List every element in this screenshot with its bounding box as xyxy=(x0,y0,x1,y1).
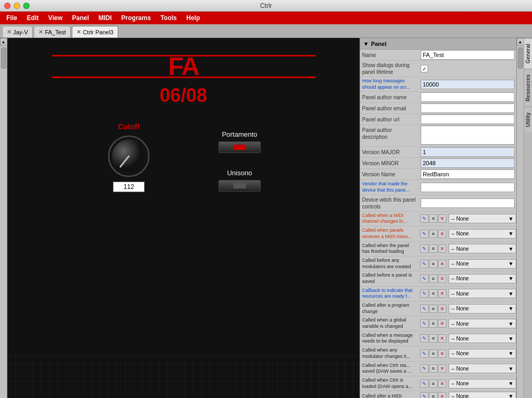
cb-list-icon[interactable]: ≡ xyxy=(429,305,438,313)
cb-list-icon[interactable]: ≡ xyxy=(429,364,438,373)
tab-close-icon[interactable]: ✕ xyxy=(77,29,81,35)
messages-input[interactable] xyxy=(421,80,515,89)
unisono-slider[interactable] xyxy=(218,180,261,192)
panel-vertical-scrollbar[interactable]: ▲ xyxy=(0,38,7,398)
prop-value-device xyxy=(419,198,516,209)
cb-remove-icon[interactable]: ✕ xyxy=(438,364,446,373)
name-input[interactable] xyxy=(421,50,515,60)
cb-list-icon[interactable]: ≡ xyxy=(429,274,438,283)
prop-label-author-name: Panel author name xyxy=(360,93,419,102)
portamento-control: Portamento xyxy=(218,130,261,153)
prop-row-vendor: Vendor that made the device that this pa… xyxy=(360,180,516,195)
right-scroll-thumb[interactable] xyxy=(518,48,523,69)
side-tab-utility[interactable]: Utility xyxy=(524,107,532,132)
cb-edit-icon[interactable]: ✎ xyxy=(420,319,429,328)
scroll-thumb[interactable] xyxy=(1,48,6,69)
cb-remove-icon[interactable]: ✕ xyxy=(438,260,446,268)
cb-remove-icon[interactable]: ✕ xyxy=(438,334,446,343)
author-desc-textarea[interactable] xyxy=(421,126,515,145)
cb-dropdown-value: -- None xyxy=(451,381,469,386)
author-email-input[interactable] xyxy=(421,103,515,113)
cb-remove-icon[interactable]: ✕ xyxy=(438,244,446,253)
cb-edit-icon[interactable]: ✎ xyxy=(420,260,429,268)
tab-jay-v[interactable]: ✕ Jay-V xyxy=(2,26,33,37)
side-tab-resources[interactable]: Resources xyxy=(524,69,532,107)
cb-remove-icon[interactable]: ✕ xyxy=(438,230,446,238)
cb-list-icon[interactable]: ≡ xyxy=(429,214,438,223)
menu-help[interactable]: Help xyxy=(182,13,204,23)
cb-edit-icon[interactable]: ✎ xyxy=(420,364,429,373)
cb-list-icon[interactable]: ≡ xyxy=(429,349,438,358)
callback-icons-1: ✎ ≡ ✕ xyxy=(419,229,448,239)
cb-dropdown-value: -- None xyxy=(451,336,469,342)
version-minor-input[interactable] xyxy=(421,158,515,168)
menu-tools[interactable]: Tools xyxy=(156,13,181,23)
cb-list-icon[interactable]: ≡ xyxy=(429,244,438,253)
menu-panel[interactable]: Panel xyxy=(68,13,93,23)
cb-list-icon[interactable]: ≡ xyxy=(429,230,438,238)
cb-dropdown-7[interactable]: -- None ▼ xyxy=(449,319,516,328)
menu-edit[interactable]: Edit xyxy=(23,13,43,23)
version-major-input[interactable] xyxy=(421,147,515,157)
cb-edit-icon[interactable]: ✎ xyxy=(420,244,429,253)
tab-fa-test[interactable]: ✕ FA_Test xyxy=(34,26,71,37)
vendor-input[interactable] xyxy=(421,183,515,192)
portamento-slider[interactable] xyxy=(218,141,261,153)
cb-dropdown-8[interactable]: -- None ▼ xyxy=(449,334,516,343)
cb-dropdown-3[interactable]: -- None ▼ xyxy=(449,259,516,269)
author-url-input[interactable] xyxy=(421,115,515,124)
cb-edit-icon[interactable]: ✎ xyxy=(420,214,429,223)
cb-dropdown-0[interactable]: -- None ▼ xyxy=(449,214,516,223)
menu-file[interactable]: File xyxy=(2,13,22,23)
cb-remove-icon[interactable]: ✕ xyxy=(438,380,446,388)
cb-list-icon[interactable]: ≡ xyxy=(429,260,438,268)
cb-dropdown-6[interactable]: -- None ▼ xyxy=(449,304,516,314)
cb-dropdown-4[interactable]: -- None ▼ xyxy=(449,274,516,283)
right-vertical-scrollbar[interactable]: ▲ xyxy=(516,38,524,398)
cb-edit-icon[interactable]: ✎ xyxy=(420,230,429,238)
cb-remove-icon[interactable]: ✕ xyxy=(438,349,446,358)
scroll-up-arrow[interactable]: ▲ xyxy=(0,38,7,45)
right-scroll-up[interactable]: ▲ xyxy=(517,38,524,45)
close-button[interactable] xyxy=(4,3,11,9)
cb-list-icon[interactable]: ≡ xyxy=(429,392,438,398)
maximize-button[interactable] xyxy=(23,3,30,9)
menu-programs[interactable]: Programs xyxy=(117,13,155,23)
cb-list-icon[interactable]: ≡ xyxy=(429,380,438,388)
cb-list-icon[interactable]: ≡ xyxy=(429,319,438,328)
cb-list-icon[interactable]: ≡ xyxy=(429,334,438,343)
dialogs-checkbox[interactable]: ✓ xyxy=(421,65,428,72)
cb-edit-icon[interactable]: ✎ xyxy=(420,392,429,398)
cb-list-icon[interactable]: ≡ xyxy=(429,289,438,298)
cb-edit-icon[interactable]: ✎ xyxy=(420,349,429,358)
tab-close-icon[interactable]: ✕ xyxy=(39,29,43,35)
cb-dropdown-10[interactable]: -- None ▼ xyxy=(449,364,516,373)
cb-edit-icon[interactable]: ✎ xyxy=(420,380,429,388)
cb-dropdown-9[interactable]: -- None ▼ xyxy=(449,349,516,358)
tab-ctrlr-panel3[interactable]: ✕ Ctrlr Panel3 xyxy=(72,26,118,37)
cb-remove-icon[interactable]: ✕ xyxy=(438,305,446,313)
side-tab-general[interactable]: General xyxy=(524,38,532,69)
cb-dropdown-11[interactable]: -- None ▼ xyxy=(449,379,516,388)
cb-remove-icon[interactable]: ✕ xyxy=(438,392,446,398)
device-input[interactable] xyxy=(421,198,515,208)
menu-view[interactable]: View xyxy=(44,13,66,23)
cb-remove-icon[interactable]: ✕ xyxy=(438,274,446,283)
cb-edit-icon[interactable]: ✎ xyxy=(420,305,429,313)
tab-close-icon[interactable]: ✕ xyxy=(7,29,11,35)
cb-dropdown-5[interactable]: -- None ▼ xyxy=(449,289,516,298)
cb-edit-icon[interactable]: ✎ xyxy=(420,289,429,298)
version-name-input[interactable] xyxy=(421,169,515,179)
cb-edit-icon[interactable]: ✎ xyxy=(420,274,429,283)
cb-remove-icon[interactable]: ✕ xyxy=(438,289,446,298)
author-name-input[interactable] xyxy=(421,92,515,102)
menu-midi[interactable]: MIDI xyxy=(94,13,116,23)
cb-dropdown-12[interactable]: -- None ▼ xyxy=(449,392,516,398)
cb-dropdown-2[interactable]: -- None ▼ xyxy=(449,244,516,253)
cb-dropdown-1[interactable]: -- None ▼ xyxy=(449,229,516,239)
cb-edit-icon[interactable]: ✎ xyxy=(420,334,429,343)
cb-remove-icon[interactable]: ✕ xyxy=(438,319,446,328)
cutoff-value[interactable]: 112 xyxy=(113,182,145,192)
cb-remove-icon[interactable]: ✕ xyxy=(438,214,446,223)
minimize-button[interactable] xyxy=(14,3,20,9)
